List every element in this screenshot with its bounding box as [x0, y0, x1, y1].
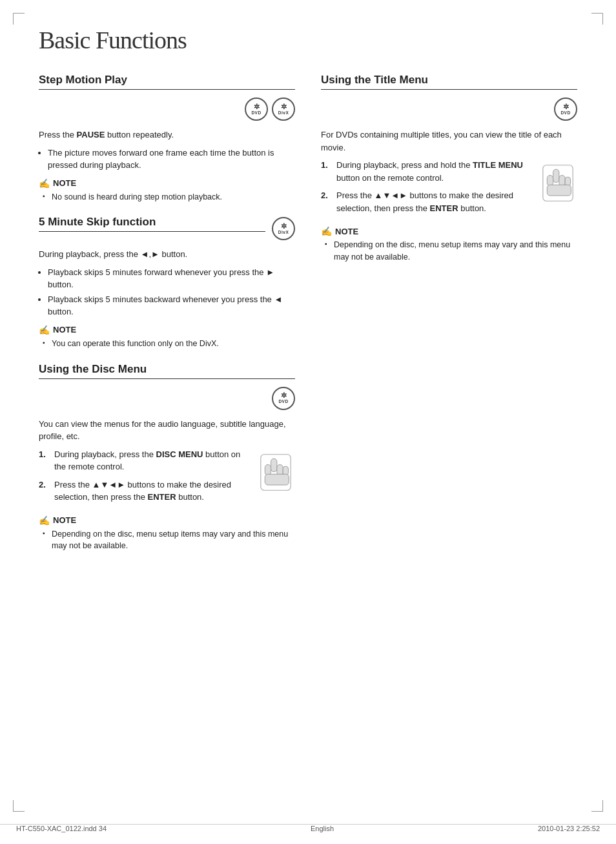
right-column: Using the Title Menu ✲ DVD For DVDs cont…	[321, 74, 577, 565]
five-minute-bullet-1: Playback skips 5 minutes forward wheneve…	[48, 266, 295, 291]
title-menu-badges: ✲ DVD	[321, 98, 577, 121]
corner-mark-tl	[13, 13, 25, 25]
svg-rect-5	[265, 474, 289, 485]
five-minute-note-item-1: You can operate this function only on th…	[39, 338, 295, 350]
divx-badge: ✲ DivX	[272, 98, 295, 121]
disc-menu-hand-illustration	[256, 451, 295, 493]
dvd-label-3: DVD	[278, 399, 288, 404]
dvd-badge-3: ✲ DVD	[272, 387, 295, 410]
two-column-layout: Step Motion Play ✲ DVD ✲ DivX Press the …	[39, 74, 577, 565]
disc-step-text-1: During playback, press the DISC MENU but…	[54, 448, 250, 473]
page-title: Basic Functions	[39, 26, 577, 54]
corner-mark-tr	[591, 13, 603, 25]
step-motion-intro: Press the PAUSE button repeatedly.	[39, 129, 295, 141]
title-menu-section: Using the Title Menu ✲ DVD For DVDs cont…	[321, 74, 577, 263]
disc-menu-steps: 1. During playback, press the DISC MENU …	[39, 448, 250, 509]
note-icon-1: ✍	[39, 178, 50, 189]
svg-rect-8	[547, 175, 553, 186]
title-step-text-1: During playback, press and hold the TITL…	[336, 159, 532, 184]
title-menu-intro: For DVDs containing multiple titles, you…	[321, 129, 577, 154]
footer-center: English	[107, 825, 538, 832]
five-minute-bullet-2: Playback skips 5 minutes backward whenev…	[48, 293, 295, 318]
step-motion-bullet-1: The picture moves forward one frame each…	[48, 147, 295, 172]
divx-badge-2: ✲ DivX	[272, 217, 295, 240]
divx-star: ✲	[281, 103, 287, 110]
step-motion-title: Step Motion Play	[39, 74, 295, 90]
svg-rect-11	[547, 185, 571, 196]
disc-menu-step-2: 2. Press the ▲▼◄► buttons to make the de…	[39, 479, 250, 504]
disc-menu-step-1: 1. During playback, press the DISC MENU …	[39, 448, 250, 473]
disc-menu-note: ✍ NOTE Depending on the disc, menu setup…	[39, 515, 295, 553]
disc-step-num-1: 1.	[39, 448, 49, 473]
step-motion-section: Step Motion Play ✲ DVD ✲ DivX Press the …	[39, 74, 295, 203]
left-column: Step Motion Play ✲ DVD ✲ DivX Press the …	[39, 74, 295, 565]
dvd-star-3: ✲	[281, 392, 287, 399]
note-icon-4: ✍	[321, 226, 332, 236]
disc-menu-note-item-1: Depending on the disc, menu setup items …	[39, 528, 295, 553]
title-step-num-1: 1.	[321, 159, 331, 184]
disc-menu-badges: ✲ DVD	[39, 387, 295, 410]
title-menu-steps: 1. During playback, press and hold the T…	[321, 159, 532, 220]
disc-menu-intro: You can view the menus for the audio lan…	[39, 418, 295, 443]
footer-right: 2010-01-23 2:25:52	[538, 825, 600, 832]
step-motion-bullets: The picture moves forward one frame each…	[48, 147, 295, 172]
corner-mark-bl	[13, 800, 25, 812]
title-menu-step-1: 1. During playback, press and hold the T…	[321, 159, 532, 184]
dvd-label-4: DVD	[560, 110, 570, 115]
note-icon-2: ✍	[39, 325, 50, 335]
title-menu-title: Using the Title Menu	[321, 74, 577, 90]
note-icon-3: ✍	[39, 515, 50, 526]
dvd-badge: ✲ DVD	[245, 98, 268, 121]
step-motion-note-item-1: No sound is heard during step motion pla…	[39, 191, 295, 203]
title-step-text-2: Press the ▲▼◄► buttons to make the desir…	[336, 189, 532, 214]
title-menu-hand-illustration	[539, 162, 577, 204]
svg-rect-2	[265, 464, 271, 475]
title-step-num-2: 2.	[321, 189, 331, 214]
step-motion-note: ✍ NOTE No sound is heard during step mot…	[39, 178, 295, 203]
divx-label: DivX	[278, 110, 289, 115]
disc-menu-section: Using the Disc Menu ✲ DVD You can view t…	[39, 363, 295, 553]
corner-mark-br	[591, 800, 603, 812]
five-minute-note-title: ✍ NOTE	[39, 325, 295, 335]
disc-step-text-2: Press the ▲▼◄► buttons to make the desir…	[54, 479, 250, 504]
dvd-star: ✲	[254, 103, 260, 110]
five-minute-bullets: Playback skips 5 minutes forward wheneve…	[48, 266, 295, 318]
footer-left: HT-C550-XAC_0122.indd 34	[16, 825, 107, 832]
title-menu-note-title: ✍ NOTE	[321, 226, 577, 236]
title-menu-steps-container: 1. During playback, press and hold the T…	[321, 159, 577, 220]
divx-label-2: DivX	[278, 230, 289, 234]
svg-rect-3	[277, 464, 283, 475]
title-menu-note-item-1: Depending on the disc, menu setup items …	[321, 239, 577, 263]
svg-rect-7	[553, 169, 559, 182]
title-menu-note: ✍ NOTE Depending on the disc, menu setup…	[321, 226, 577, 263]
dvd-label: DVD	[251, 110, 261, 115]
five-minute-note: ✍ NOTE You can operate this function onl…	[39, 325, 295, 350]
five-minute-section: 5 Minute Skip function ✲ DivX During pla…	[39, 216, 295, 349]
five-minute-intro: During playback, press the ◄,► button.	[39, 248, 295, 261]
divx-star-2: ✲	[281, 223, 287, 230]
page: Basic Functions Step Motion Play ✲ DVD ✲…	[0, 0, 616, 844]
page-footer: HT-C550-XAC_0122.indd 34 English 2010-01…	[0, 824, 616, 832]
pause-bold: PAUSE	[77, 130, 105, 139]
title-menu-step-2: 2. Press the ▲▼◄► buttons to make the de…	[321, 189, 532, 214]
dvd-badge-4: ✲ DVD	[554, 98, 577, 121]
five-minute-title: 5 Minute Skip function	[39, 216, 265, 232]
step-motion-note-title: ✍ NOTE	[39, 178, 295, 189]
disc-menu-steps-container: 1. During playback, press the DISC MENU …	[39, 448, 295, 509]
svg-rect-9	[559, 175, 565, 186]
disc-menu-title: Using the Disc Menu	[39, 363, 295, 379]
svg-rect-1	[271, 458, 277, 471]
step-motion-badges: ✲ DVD ✲ DivX	[39, 98, 295, 121]
disc-step-num-2: 2.	[39, 479, 49, 504]
disc-menu-note-title: ✍ NOTE	[39, 515, 295, 526]
dvd-star-4: ✲	[563, 103, 569, 110]
